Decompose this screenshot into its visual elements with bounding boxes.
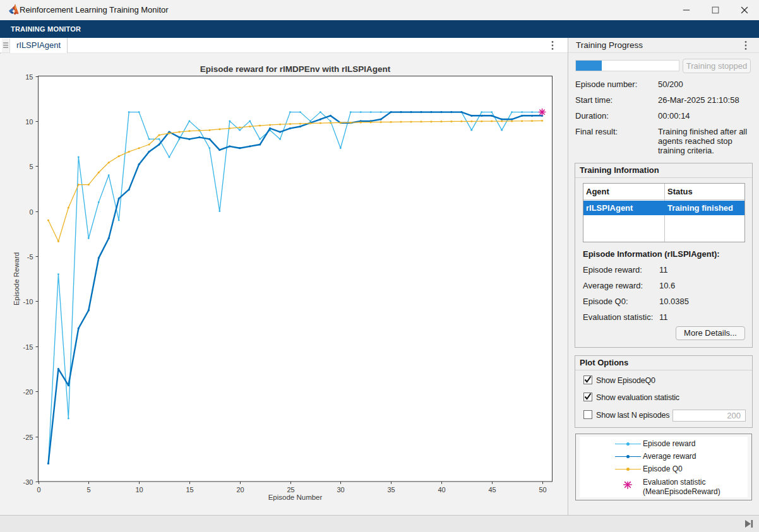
- svg-text:5: 5: [29, 163, 33, 170]
- window-title: Reinforcement Learning Training Monitor: [20, 0, 169, 20]
- training-progress-panel: Training Progress Training stopped Episo…: [568, 38, 759, 515]
- final-result-value: Training finished after all agents reach…: [658, 127, 754, 155]
- start-time-value: 26-Mar-2025 21:10:58: [658, 95, 739, 105]
- svg-text:-10: -10: [23, 298, 33, 305]
- plot-options-title: Plot Options: [580, 356, 628, 370]
- svg-text:Episode Reward: Episode Reward: [13, 252, 20, 305]
- episode-number-value: 50/200: [658, 80, 683, 89]
- svg-text:40: 40: [438, 486, 445, 494]
- svg-text:35: 35: [387, 486, 395, 494]
- maximize-button[interactable]: [701, 0, 730, 20]
- svg-text:20: 20: [236, 486, 244, 494]
- chart-legend: Episode reward Average reward Episode Q0…: [575, 434, 752, 500]
- application-window: Reinforcement Learning Training Monitor …: [0, 0, 759, 532]
- more-details-button[interactable]: More Details...: [676, 326, 745, 340]
- svg-text:50: 50: [539, 486, 546, 494]
- episode-q0-value: 10.0385: [659, 297, 689, 306]
- show-evaluation-statistic-checkbox[interactable]: [583, 393, 592, 401]
- show-episodeq0-label: Show EpisodeQ0: [596, 376, 655, 386]
- plot-options-group: Plot Options Show EpisodeQ0 Show evaluat…: [575, 355, 753, 428]
- progressbar-fill: [576, 61, 602, 71]
- svg-text:10: 10: [25, 118, 33, 126]
- svg-text:25: 25: [287, 486, 294, 494]
- legend-item-episode-reward: Episode reward: [580, 438, 748, 450]
- agent-column-header: Agent: [586, 184, 609, 200]
- episode-q0-label: Episode Q0:: [583, 297, 628, 306]
- svg-text:Episode reward for rIMDPEnv wi: Episode reward for rIMDPEnv with rILSPIA…: [200, 64, 391, 74]
- duration-label: Duration:: [575, 111, 609, 121]
- legend-item-episode-q0: Episode Q0: [580, 463, 748, 475]
- svg-text:45: 45: [488, 486, 496, 494]
- maximize-icon: [712, 7, 719, 14]
- episode-reward-value: 11: [659, 265, 668, 275]
- close-icon: [741, 7, 748, 14]
- legend-label: Average reward: [643, 451, 696, 463]
- legend-label: Episode reward: [643, 438, 695, 450]
- show-evaluation-statistic-label: Show evaluation statistic: [596, 393, 679, 403]
- agent-status-table[interactable]: Agent Status rILSPIAgent Training finish…: [583, 183, 745, 242]
- training-information-group: Training Information Agent Status rILSPI…: [575, 163, 753, 348]
- show-episodeq0-checkbox[interactable]: [583, 375, 592, 384]
- svg-text:-25: -25: [23, 434, 33, 441]
- svg-text:0: 0: [37, 486, 40, 494]
- training-information-title: Training Information: [580, 163, 659, 177]
- status-bar: [0, 515, 759, 532]
- svg-text:Episode Number: Episode Number: [268, 494, 323, 501]
- n-episodes-input[interactable]: 200: [672, 410, 746, 422]
- svg-text:15: 15: [25, 73, 33, 81]
- svg-text:-5: -5: [27, 253, 33, 261]
- evaluation-statistic-asterisk-icon: [623, 482, 633, 492]
- legend-inner: Episode reward Average reward Episode Q0…: [580, 437, 748, 497]
- close-button[interactable]: [730, 0, 759, 20]
- legend-item-average-reward: Average reward: [580, 451, 748, 463]
- legend-item-evaluation-statistic: Evaluation statistic (MeanEpisodeReward): [580, 478, 748, 490]
- ribbon-tab-training-monitor[interactable]: TRAINING MONITOR: [11, 20, 81, 38]
- average-reward-marker: [626, 455, 630, 458]
- panel-actions-button[interactable]: [739, 38, 752, 52]
- kebab-menu-icon: [551, 40, 554, 50]
- training-progress-header: Training Progress: [568, 38, 759, 53]
- legend-label: Evaluation statistic (MeanEpisodeReward): [643, 478, 720, 497]
- table-row[interactable]: rILSPIAgent Training finished: [583, 201, 744, 215]
- average-reward-label: Average reward:: [583, 281, 643, 290]
- average-reward-value: 10.6: [659, 281, 675, 290]
- status-column-header: Status: [667, 184, 693, 200]
- training-stopped-button[interactable]: Training stopped: [683, 59, 751, 73]
- svg-text:5: 5: [87, 486, 90, 494]
- episode-reward-marker: [626, 442, 630, 446]
- grip-icon: [3, 42, 8, 49]
- episode-q0-marker: [626, 468, 630, 471]
- evaluation-statistic-label: Evaluation statistic:: [583, 312, 653, 322]
- episode-number-label: Episode number:: [575, 80, 637, 89]
- svg-text:10: 10: [135, 486, 143, 494]
- window-titlebar: Reinforcement Learning Training Monitor: [0, 0, 759, 20]
- svg-text:-30: -30: [23, 478, 33, 486]
- svg-text:15: 15: [186, 486, 193, 494]
- svg-text:30: 30: [337, 486, 344, 494]
- panel-title: Training Progress: [576, 38, 643, 53]
- kebab-menu-icon: [744, 40, 747, 50]
- evaluation-statistic-value: 11: [659, 312, 668, 322]
- show-last-n-episodes-checkbox[interactable]: [583, 410, 592, 419]
- minimize-button[interactable]: [672, 0, 701, 20]
- group-separator: [575, 177, 752, 178]
- check-icon: [583, 375, 592, 384]
- figure-area: 05101520253035404550-30-25-20-15-10-5051…: [0, 54, 568, 515]
- minimize-icon: [683, 7, 690, 14]
- svg-text:-20: -20: [23, 388, 33, 396]
- duration-value: 00:00:14: [658, 111, 690, 121]
- svg-text:0: 0: [29, 208, 33, 216]
- legend-label: Episode Q0: [643, 463, 683, 475]
- table-header-row: Agent Status: [583, 184, 744, 200]
- episode-information-title: Episode Information (rILSPIAgent):: [583, 249, 720, 259]
- toolstrip-ribbon: TRAINING MONITOR: [0, 20, 759, 38]
- document-actions-button[interactable]: [546, 38, 559, 52]
- episode-reward-chart[interactable]: 05101520253035404550-30-25-20-15-10-5051…: [0, 54, 568, 515]
- skip-to-end-icon[interactable]: [744, 519, 754, 528]
- final-result-label: Final result:: [575, 127, 618, 136]
- episode-reward-label: Episode reward:: [583, 265, 642, 275]
- svg-text:-15: -15: [23, 343, 33, 351]
- group-separator: [575, 370, 752, 370]
- tab-rilspiagent[interactable]: rILSPIAgent: [10, 38, 68, 53]
- tab-grip-handle[interactable]: [2, 38, 10, 52]
